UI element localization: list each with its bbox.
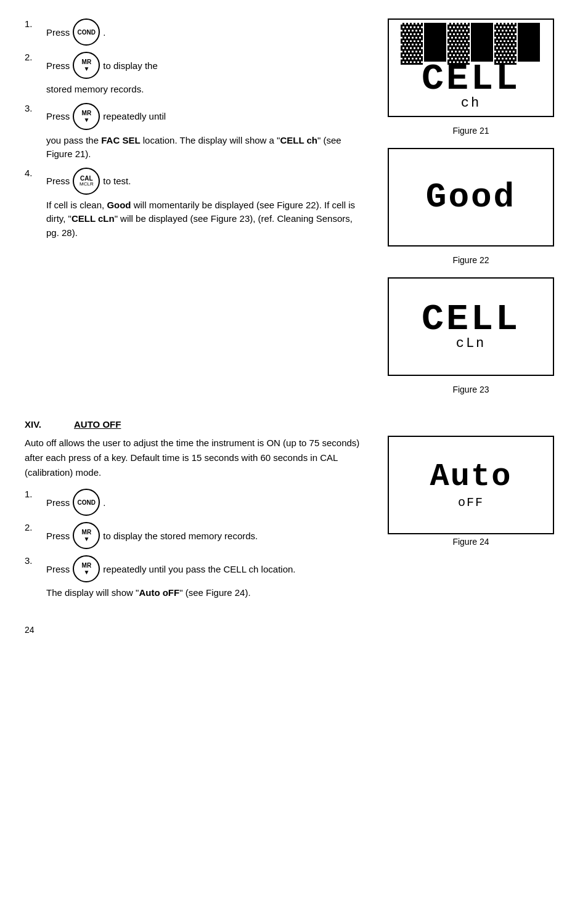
step-1-text-after: . bbox=[103, 27, 105, 38]
xiv-step-content-2: Press MR ▼ to display the stored memory … bbox=[46, 522, 366, 549]
figure-21-box: ▓█▓█▓█ CELL ch bbox=[388, 18, 554, 117]
cond-button-xiv[interactable]: COND bbox=[73, 489, 100, 516]
bottom-section: Auto off allows the user to adjust the t… bbox=[25, 436, 563, 606]
step-num-2: 2. bbox=[25, 52, 46, 62]
cond-button-1[interactable]: COND bbox=[73, 18, 100, 46]
step-1: 1. Press COND . bbox=[25, 18, 366, 46]
fig21-sub-text: ch bbox=[461, 96, 481, 111]
page-content: 1. Press COND . 2. Press bbox=[25, 18, 563, 635]
section-xiv: XIV. AUTO OFF Auto off allows the user t… bbox=[25, 419, 563, 606]
cal-mclr-button[interactable]: CAL MCLR bbox=[73, 168, 100, 195]
fig21-caption: Figure 21 bbox=[452, 126, 489, 136]
step-4: 4. Press CAL MCLR to test. If cell is cl… bbox=[25, 168, 366, 240]
step-2-text-after: to display the bbox=[103, 60, 157, 71]
step-3-inline: Press MR ▼ repeatedly until bbox=[46, 103, 366, 130]
fig24-row1: Auto bbox=[430, 461, 512, 493]
mr-button-2[interactable]: MR ▼ bbox=[73, 52, 100, 79]
xiv-step-3-text-before: Press bbox=[46, 564, 70, 574]
step-content-3: Press MR ▼ repeatedly until you pass the… bbox=[46, 103, 366, 161]
figure-22-box: Good bbox=[388, 148, 554, 247]
xiv-step-content-1: Press COND . bbox=[46, 489, 366, 516]
fig22-good-text: Good bbox=[426, 177, 516, 217]
xiv-step-1-text-before: Press bbox=[46, 497, 70, 508]
step-4-text-after: to test. bbox=[103, 176, 131, 186]
mr-arrow-2: ▼ bbox=[83, 65, 89, 72]
bottom-right: Auto oFF Figure 24 bbox=[378, 436, 563, 606]
mr-label-3: MR bbox=[82, 110, 92, 116]
fig24-display: Auto oFF bbox=[430, 461, 512, 510]
fig23-sub-text: cLn bbox=[456, 336, 486, 351]
fig21-main-text: ▓█▓█▓█ bbox=[401, 25, 541, 62]
fig21-display: ▓█▓█▓█ CELL ch bbox=[401, 25, 541, 111]
xiv-step-1-text-after: . bbox=[103, 497, 105, 508]
xiv-step-num-1: 1. bbox=[25, 489, 46, 499]
xiv-step-3-desc: The display will show "Auto oFF" (see Fi… bbox=[46, 586, 366, 600]
section-xiv-header: XIV. AUTO OFF bbox=[25, 419, 563, 430]
fig21-cell-text: CELL bbox=[422, 62, 520, 96]
step-4-desc: If cell is clean, Good will momentarily … bbox=[46, 198, 366, 240]
xiv-step-2-text-after: to display the stored memory records. bbox=[103, 531, 258, 541]
step-3-desc: you pass the FAC SEL location. The displ… bbox=[46, 134, 366, 161]
step-2-inline: Press MR ▼ to display the bbox=[46, 52, 366, 79]
step-4-inline: Press CAL MCLR to test. bbox=[46, 168, 366, 195]
step-1-inline: Press COND . bbox=[46, 18, 366, 46]
step-3-text-after: repeatedly until bbox=[103, 111, 166, 121]
step-content-4: Press CAL MCLR to test. If cell is clean… bbox=[46, 168, 366, 240]
mr-button-xiv-3[interactable]: MR ▼ bbox=[73, 555, 100, 582]
step-num-1: 1. bbox=[25, 18, 46, 29]
figure-24-box: Auto oFF bbox=[388, 436, 554, 534]
xiv-step-3-text-after: repeatedly until you pass the CELL ch lo… bbox=[103, 564, 295, 574]
xiv-step-2-inline: Press MR ▼ to display the stored memory … bbox=[46, 522, 366, 549]
xiv-step-1-inline: Press COND . bbox=[46, 489, 366, 516]
cal-label: CAL bbox=[80, 175, 93, 182]
step-content-2: Press MR ▼ to display the stored memory … bbox=[46, 52, 366, 97]
cond-label-1: COND bbox=[78, 29, 96, 36]
fig24-caption: Figure 24 bbox=[452, 537, 489, 547]
xiv-step-num-2: 2. bbox=[25, 522, 46, 532]
xiv-step-3: 3. Press MR ▼ repeatedly until you pass … bbox=[25, 555, 366, 600]
mclr-label: MCLR bbox=[80, 182, 94, 187]
step-4-text-before: Press bbox=[46, 176, 70, 186]
section-xiv-title: AUTO OFF bbox=[74, 419, 121, 430]
figures-col: ▓█▓█▓█ CELL ch Figure 21 Good Figure 22 … bbox=[378, 18, 563, 401]
fig24-row2: oFF bbox=[458, 495, 484, 510]
xiv-step-1: 1. Press COND . bbox=[25, 489, 366, 516]
step-2-desc: stored memory records. bbox=[46, 83, 366, 97]
mr-label-xiv-3: MR bbox=[82, 562, 92, 569]
fig23-display: CELL cLn bbox=[422, 303, 520, 351]
mr-arrow-xiv-3: ▼ bbox=[83, 569, 89, 576]
figure-23-box: CELL cLn bbox=[388, 277, 554, 376]
cond-label-xiv: COND bbox=[78, 499, 96, 506]
xiv-step-3-inline: Press MR ▼ repeatedly until you pass the… bbox=[46, 555, 366, 582]
xiv-step-2-text-before: Press bbox=[46, 531, 70, 541]
mr-arrow-xiv-2: ▼ bbox=[83, 536, 89, 542]
step-3-text-before: Press bbox=[46, 111, 70, 121]
top-steps: 1. Press COND . 2. Press bbox=[25, 18, 378, 401]
step-content-1: Press COND . bbox=[46, 18, 366, 46]
bottom-left: Auto off allows the user to adjust the t… bbox=[25, 436, 378, 606]
step-1-text-before: Press bbox=[46, 27, 70, 38]
section-xiv-desc: Auto off allows the user to adjust the t… bbox=[25, 436, 366, 480]
mr-label-2: MR bbox=[82, 59, 92, 65]
step-2-text-before: Press bbox=[46, 60, 70, 71]
fig22-caption: Figure 22 bbox=[452, 255, 489, 265]
mr-label-xiv-2: MR bbox=[82, 529, 92, 536]
step-2: 2. Press MR ▼ to display the stored memo… bbox=[25, 52, 366, 97]
page-number: 24 bbox=[25, 625, 563, 635]
step-num-3: 3. bbox=[25, 103, 46, 113]
fig23-cell-text: CELL bbox=[422, 303, 520, 336]
mr-button-3[interactable]: MR ▼ bbox=[73, 103, 100, 130]
mr-button-xiv-2[interactable]: MR ▼ bbox=[73, 522, 100, 549]
top-section: 1. Press COND . 2. Press bbox=[25, 18, 563, 401]
section-xiv-num: XIV. bbox=[25, 419, 62, 430]
xiv-step-2: 2. Press MR ▼ to display the stored memo… bbox=[25, 522, 366, 549]
fig23-caption: Figure 23 bbox=[452, 385, 489, 394]
step-num-4: 4. bbox=[25, 168, 46, 178]
mr-arrow-3: ▼ bbox=[83, 116, 89, 123]
xiv-step-num-3: 3. bbox=[25, 555, 46, 566]
step-3: 3. Press MR ▼ repeatedly until you pass … bbox=[25, 103, 366, 161]
xiv-step-content-3: Press MR ▼ repeatedly until you pass the… bbox=[46, 555, 366, 600]
